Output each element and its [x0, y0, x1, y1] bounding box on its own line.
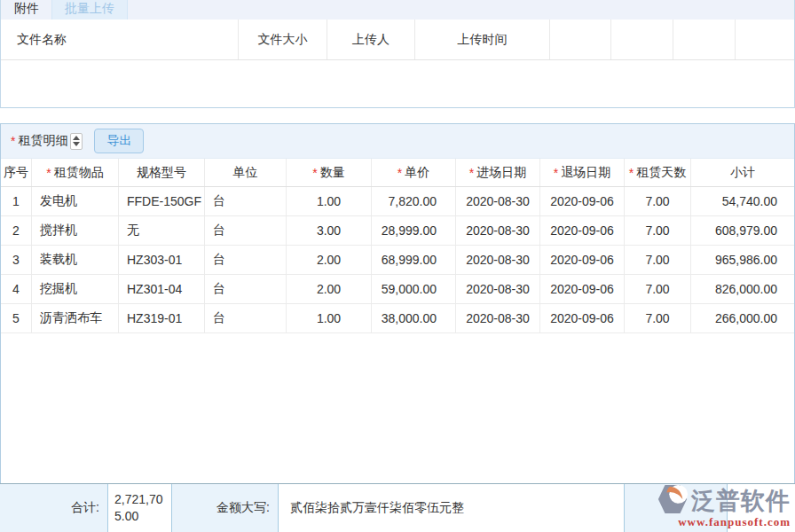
table-cell: 2020-08-30 [456, 216, 540, 245]
total-value: 2,721,705.00 [114, 491, 165, 525]
attachment-column-header: 文件大小 [239, 20, 327, 59]
amount-words-label: 金额大写: [172, 484, 279, 532]
attachment-column-header [673, 20, 736, 59]
table-cell: 7,820.00 [372, 187, 456, 215]
rental-column-header: *单价 [372, 159, 456, 186]
table-cell: 4 [1, 275, 32, 303]
table-cell: 搅拌机 [32, 216, 119, 245]
table-cell: 台 [205, 304, 287, 332]
table-cell: 3 [1, 246, 32, 274]
table-cell: 挖掘机 [32, 275, 119, 303]
table-row[interactable]: 1发电机FFDE-150GF台1.007,820.002020-08-30202… [1, 187, 794, 216]
table-cell: 台 [205, 187, 287, 215]
table-cell: HZ301-04 [119, 275, 205, 303]
table-cell: 1 [1, 187, 32, 215]
table-cell: 2 [1, 216, 32, 245]
rental-column-header: *数量 [287, 159, 372, 186]
table-cell: 1.00 [287, 187, 372, 215]
table-cell: 2020-08-30 [456, 275, 540, 303]
table-cell: 7.00 [625, 275, 691, 303]
required-asterisk: * [469, 166, 474, 180]
table-cell: 2020-08-30 [456, 187, 540, 215]
table-cell: 2020-09-06 [540, 275, 625, 303]
rental-header-row: 序号*租赁物品规格型号单位*数量*单价*进场日期*退场日期*租赁天数小计 [1, 159, 794, 187]
table-cell: 54,740.00 [691, 187, 794, 215]
required-asterisk: * [398, 166, 402, 180]
table-cell: 68,999.00 [372, 246, 456, 274]
rental-detail-page: 附件 批量上传 文件名称文件大小上传人上传时间 * 租赁明细 导出 序号*租赁物… [0, 0, 795, 532]
table-cell: 2020-09-06 [540, 246, 625, 274]
amount-words-value: 贰佰柒拾贰万壹仟柒佰零伍元整 [279, 484, 625, 532]
table-cell: 266,000.00 [691, 304, 794, 332]
rental-column-header: *租赁天数 [625, 159, 691, 186]
summary-bar: 合计: 2,721,705.00 金额大写: 贰佰柒拾贰万壹仟柒佰零伍元整 [0, 483, 795, 532]
table-cell: HZ303-01 [119, 246, 205, 274]
attachment-header-row: 文件名称文件大小上传人上传时间 [1, 20, 794, 60]
batch-upload-button[interactable]: 批量上传 [51, 0, 128, 20]
table-cell: 3.00 [287, 216, 372, 245]
rental-column-header: *进场日期 [456, 159, 540, 186]
table-cell: 2020-08-30 [456, 246, 540, 274]
attachment-panel: 附件 批量上传 文件名称文件大小上传人上传时间 [0, 0, 795, 108]
table-cell: 28,999.00 [372, 216, 456, 245]
table-cell: 2.00 [287, 246, 372, 274]
stepper-sort-control[interactable] [70, 133, 83, 150]
attachment-empty-body [1, 60, 794, 106]
rental-column-header: 序号 [1, 159, 32, 186]
table-cell: 826,000.00 [691, 275, 794, 303]
required-asterisk: * [11, 134, 15, 148]
table-cell: 7.00 [625, 304, 691, 332]
attachment-column-header: 上传时间 [415, 20, 550, 59]
table-row[interactable]: 5沥青洒布车HZ319-01台1.0038,000.002020-08-3020… [1, 304, 794, 333]
section-title: 租赁明细 [18, 133, 67, 149]
summary-empty-cell-2 [728, 484, 795, 532]
table-cell: 无 [119, 216, 205, 245]
rental-column-header: *退场日期 [540, 159, 625, 186]
table-cell: 2020-09-06 [540, 187, 625, 215]
attachment-column-header: 上传人 [327, 20, 415, 59]
rental-table-body: 1发电机FFDE-150GF台1.007,820.002020-08-30202… [1, 187, 794, 333]
table-cell: 7.00 [625, 187, 691, 215]
table-cell: HZ319-01 [119, 304, 205, 332]
table-cell: 2020-09-06 [540, 304, 625, 332]
table-cell: 608,979.00 [691, 216, 794, 245]
table-cell: 沥青洒布车 [32, 304, 119, 332]
table-cell: 2.00 [287, 275, 372, 303]
stepper-down-icon[interactable] [73, 142, 80, 146]
table-cell: 1.00 [287, 304, 372, 332]
table-row[interactable]: 4挖掘机HZ301-04台2.0059,000.002020-08-302020… [1, 275, 794, 304]
table-cell: 2020-08-30 [456, 304, 540, 332]
attachment-column-header [736, 20, 794, 59]
table-cell: 59,000.00 [372, 275, 456, 303]
panel-gap [0, 108, 795, 123]
rental-column-header: 规格型号 [119, 159, 205, 186]
rental-column-header: 小计 [691, 159, 794, 186]
required-asterisk: * [629, 166, 634, 180]
rental-panel: * 租赁明细 导出 序号*租赁物品规格型号单位*数量*单价*进场日期*退场日期*… [0, 123, 795, 532]
attachment-column-header [550, 20, 611, 59]
required-asterisk: * [554, 166, 558, 180]
attachment-column-header [611, 20, 673, 59]
table-cell: FFDE-150GF [119, 187, 205, 215]
table-cell: 5 [1, 304, 32, 332]
table-cell: 38,000.00 [372, 304, 456, 332]
export-button[interactable]: 导出 [94, 129, 144, 153]
rental-column-header: *租赁物品 [32, 159, 119, 186]
table-cell: 2020-09-06 [540, 216, 625, 245]
attachment-tabbar: 附件 批量上传 [1, 0, 794, 20]
table-row[interactable]: 3装载机HZ303-01台2.0068,999.002020-08-302020… [1, 246, 794, 275]
table-cell: 台 [205, 216, 287, 245]
rental-column-header: 单位 [205, 159, 287, 186]
table-cell: 965,986.00 [691, 246, 794, 274]
table-cell: 发电机 [32, 187, 119, 215]
table-cell: 7.00 [625, 216, 691, 245]
table-cell: 7.00 [625, 246, 691, 274]
tab-attachment[interactable]: 附件 [9, 0, 44, 20]
total-value-cell: 2,721,705.00 [108, 484, 172, 532]
attachment-column-header: 文件名称 [1, 20, 239, 59]
stepper-up-icon[interactable] [73, 136, 80, 140]
table-cell: 装载机 [32, 246, 119, 274]
table-cell: 台 [205, 275, 287, 303]
table-row[interactable]: 2搅拌机无台3.0028,999.002020-08-302020-09-067… [1, 216, 794, 246]
total-label: 合计: [0, 484, 108, 532]
